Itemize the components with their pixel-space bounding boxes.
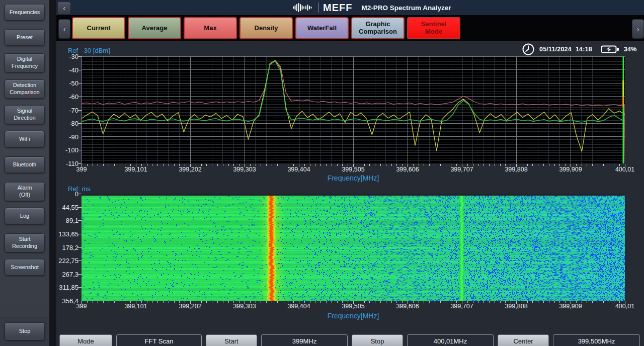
bottom-button-center[interactable]: Center — [498, 334, 549, 346]
bottom-button-start[interactable]: Start — [206, 334, 257, 346]
waterfall-y-tick: 133,65 — [56, 230, 78, 237]
back-button[interactable]: ‹ — [57, 2, 71, 15]
sidebar-item-detection-comparison[interactable]: Detection Comparison — [5, 79, 45, 99]
sidebar-item-stop[interactable]: Stop — [5, 322, 45, 340]
view-tabs-bar: ‹ CurrentAverageMaxDensityWaterFallGraph… — [56, 15, 644, 41]
status-bar: 05/11/2024 14:18 34% — [522, 42, 642, 56]
tab-waterfall[interactable]: WaterFall — [295, 17, 349, 39]
bottom-field-400-01mhz[interactable]: 400,01MHz — [407, 334, 494, 346]
brand-name: MEFF — [323, 2, 352, 14]
tab-average[interactable]: Average — [128, 17, 181, 39]
spectrum-plot[interactable] — [82, 56, 625, 163]
spectrum-y-tick: -40 — [56, 66, 78, 73]
axis-ticks — [78, 194, 82, 301]
waterfall-y-tick: 44,55 — [56, 203, 78, 211]
tab-current[interactable]: Current — [72, 17, 125, 39]
tab-sentinel-mode[interactable]: Sentinel Mode — [407, 17, 460, 39]
waterfall-y-tick: 356,4 — [56, 297, 78, 305]
waterfall-y-tick: 178,2 — [56, 243, 78, 251]
waterfall-y-tick: 267,3 — [56, 270, 78, 278]
spectrum-y-tick: -70 — [56, 106, 78, 114]
spectrum-traces — [82, 56, 625, 163]
spectrum-analyzer-app: FrequenciesPresetDigital FrequencyDetect… — [0, 0, 644, 346]
waterfall-y-tick: 0 — [56, 190, 78, 198]
brand: MEFF M2-PRO Spectrum Analyzer — [293, 0, 451, 15]
audio-waveform-icon — [293, 2, 314, 13]
spectrum-y-tick: -110 — [56, 160, 78, 167]
spectrum-y-tick: -80 — [56, 120, 78, 127]
bottom-button-stop[interactable]: Stop — [352, 334, 403, 346]
sidebar-item-digital-frequency[interactable]: Digital Frequency — [5, 53, 45, 72]
waterfall-canvas[interactable] — [82, 194, 625, 301]
spectrum-y-tick: -50 — [56, 79, 78, 87]
battery-icon — [601, 44, 621, 54]
spectrum-y-tick: -90 — [56, 133, 78, 140]
tabs-scroll-left-button[interactable]: ‹ — [58, 19, 70, 39]
axis-ticks — [82, 164, 625, 167]
battery-percentage: 34% — [624, 46, 637, 53]
main-area: ‹ — [56, 0, 644, 346]
sidebar-gutter — [49, 0, 56, 346]
clock-icon — [522, 43, 535, 56]
spectrum-frequency-axis-label: Frequency[MHz] — [82, 174, 625, 182]
bottom-control-bar: ModeFFT ScanStart399MHzStop400,01MHzCent… — [59, 334, 640, 346]
brand-separator — [318, 3, 318, 13]
tab-graphic-comparison[interactable]: Graphic Comparison — [351, 17, 405, 39]
sidebar-item-frequencies[interactable]: Frequencies — [5, 4, 45, 21]
spectrum-y-tick: -30 — [56, 53, 78, 60]
tab-max[interactable]: Max — [184, 17, 237, 39]
waterfall-frequency-axis-label: Frequency[MHz] — [82, 312, 625, 320]
waterfall-plot[interactable] — [82, 194, 625, 301]
status-time: 14:18 — [576, 46, 592, 53]
sidebar-item-alarm-off[interactable]: Alarm (Off) — [5, 182, 45, 201]
axis-ticks — [78, 56, 82, 164]
bottom-field-399mhz[interactable]: 399MHz — [261, 334, 348, 346]
app-title: M2-PRO Spectrum Analyzer — [361, 4, 451, 12]
axis-ticks — [82, 301, 625, 305]
bottom-button-mode[interactable]: Mode — [59, 334, 112, 346]
bottom-field-399-505mhz[interactable]: 399,505MHz — [553, 334, 640, 346]
sidebar-item-screenshot[interactable]: Screenshot — [5, 259, 45, 276]
spectrum-y-tick: -100 — [56, 146, 78, 154]
sidebar-item-log[interactable]: Log — [5, 208, 45, 224]
sidebar-item-signal-direction[interactable]: Signal Direction — [5, 105, 45, 124]
sidebar-item-preset[interactable]: Preset — [5, 29, 45, 46]
bottom-field-fft-scan[interactable]: FFT Scan — [116, 334, 202, 346]
view-tabs: CurrentAverageMaxDensityWaterFallGraphic… — [72, 17, 460, 39]
tab-density[interactable]: Density — [239, 17, 293, 39]
sidebar-item-start-recording[interactable]: Start Recording — [5, 233, 45, 252]
sidebar: FrequenciesPresetDigital FrequencyDetect… — [0, 0, 49, 346]
waterfall-y-tick: 89,1 — [56, 217, 78, 224]
sidebar-item-bluetooth[interactable]: Bluetooth — [5, 156, 45, 173]
waterfall-y-tick: 311,85 — [56, 284, 78, 291]
waterfall-y-tick: 222,75 — [56, 257, 78, 265]
header-bar: ‹ — [56, 0, 644, 15]
tabs-scroll-right-button[interactable]: › — [632, 19, 644, 39]
spectrum-y-tick: -60 — [56, 93, 78, 100]
status-date: 05/11/2024 — [539, 46, 572, 53]
sidebar-item-wifi[interactable]: WiFi — [5, 131, 45, 147]
